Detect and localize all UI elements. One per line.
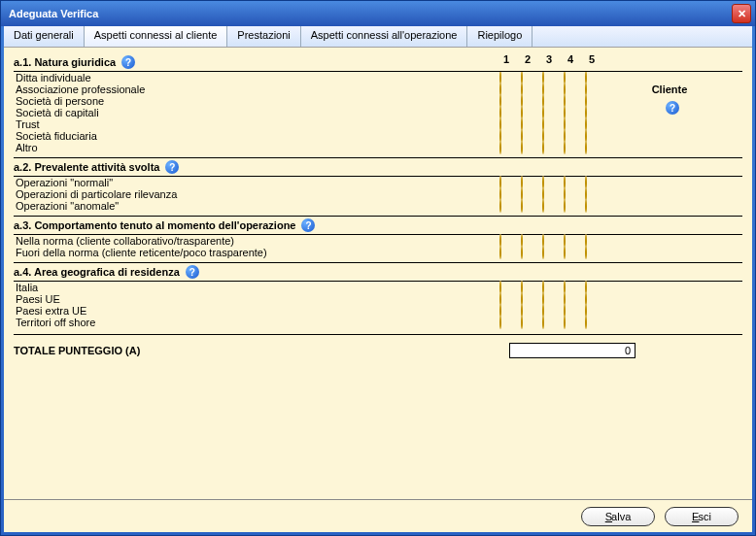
help-icon[interactable]: ? bbox=[165, 160, 179, 174]
row-label: Società di capitali bbox=[16, 107, 99, 118]
window-title: Adeguata Verifica bbox=[9, 8, 98, 19]
col-1: 1 bbox=[499, 53, 513, 65]
table-row: Operazioni "normali" bbox=[14, 177, 742, 188]
row-label: Operazioni "normali" bbox=[16, 177, 113, 188]
radio-option[interactable] bbox=[542, 141, 544, 154]
table-row: Territori off shore bbox=[14, 317, 742, 328]
row-label: Altro bbox=[16, 142, 38, 153]
radio-option[interactable] bbox=[564, 199, 566, 213]
row-label: Paesi extra UE bbox=[16, 305, 86, 317]
help-icon[interactable]: ? bbox=[186, 265, 199, 279]
help-icon[interactable]: ? bbox=[301, 218, 315, 232]
help-icon[interactable]: ? bbox=[121, 55, 135, 69]
client-area: Dati generali Aspetti connessi al client… bbox=[4, 26, 752, 532]
tab-riepilogo[interactable]: Riepilogo bbox=[467, 26, 533, 47]
section-a2-head: a.2. Prevalente attività svolta ? bbox=[14, 157, 742, 177]
col-3: 3 bbox=[542, 53, 556, 65]
row-label: Operazioni "anomale" bbox=[16, 200, 119, 212]
side-panel-label: Cliente bbox=[652, 84, 688, 95]
section-a4-head: a.4. Area geografica di residenza ? bbox=[14, 262, 742, 282]
section-a1-head: a.1. Natura giuridica ? 1 2 3 4 5 bbox=[14, 53, 742, 72]
row-label: Nella norma (cliente collaborativo/trasp… bbox=[16, 235, 234, 247]
section-a4-title: a.4. Area geografica di residenza bbox=[14, 266, 180, 278]
radio-option[interactable] bbox=[499, 141, 501, 154]
dialog-window: Adeguata Verifica ✕ Dati generali Aspett… bbox=[0, 0, 756, 536]
close-button[interactable]: ✕ bbox=[732, 4, 751, 23]
tab-aspetti-cliente[interactable]: Aspetti connessi al cliente bbox=[85, 26, 228, 47]
table-row: Nella norma (cliente collaborativo/trasp… bbox=[14, 235, 742, 247]
side-panel: Cliente ? bbox=[597, 72, 742, 115]
row-label: Paesi UE bbox=[16, 293, 60, 305]
row-label: Associazione professionale bbox=[16, 84, 145, 95]
section-a1-title: a.1. Natura giuridica bbox=[14, 56, 116, 68]
radio-option[interactable] bbox=[564, 246, 566, 259]
close-icon: ✕ bbox=[738, 8, 746, 20]
tab-bar: Dati generali Aspetti connessi al client… bbox=[4, 26, 752, 48]
row-label: Ditta individuale bbox=[16, 72, 91, 84]
help-icon[interactable]: ? bbox=[666, 101, 679, 115]
radio-option[interactable] bbox=[564, 141, 566, 154]
section-a1-body: Ditta individuale Cliente ? Associazione… bbox=[14, 72, 742, 153]
save-button[interactable]: Salva bbox=[581, 507, 655, 526]
score-column-headers: 1 2 3 4 5 bbox=[499, 53, 599, 65]
total-row: TOTALE PUNTEGGIO (A) bbox=[14, 334, 742, 358]
section-a2-title: a.2. Prevalente attività svolta bbox=[14, 161, 159, 173]
exit-button[interactable]: Esci bbox=[665, 507, 739, 526]
radio-option[interactable] bbox=[542, 246, 544, 259]
table-row: Italia bbox=[14, 282, 742, 293]
row-label: Società di persone bbox=[16, 95, 104, 107]
table-row: Ditta individuale Cliente ? bbox=[14, 72, 742, 84]
tab-content: a.1. Natura giuridica ? 1 2 3 4 5 Ditta … bbox=[4, 48, 752, 499]
footer: Salva Esci bbox=[4, 499, 752, 532]
row-label: Trust bbox=[16, 118, 40, 130]
tab-aspetti-operazione[interactable]: Aspetti connessi all'operazione bbox=[301, 26, 468, 47]
radio-option[interactable] bbox=[585, 141, 587, 154]
row-label: Italia bbox=[16, 282, 38, 293]
radio-option[interactable] bbox=[564, 316, 566, 329]
col-2: 2 bbox=[521, 53, 534, 65]
section-a3-body: Nella norma (cliente collaborativo/trasp… bbox=[14, 235, 742, 258]
section-a2-body: Operazioni "normali" Operazioni di parti… bbox=[14, 177, 742, 212]
titlebar: Adeguata Verifica ✕ bbox=[1, 1, 755, 26]
row-label: Operazioni di particolare rilevanza bbox=[16, 188, 177, 200]
total-score-input[interactable] bbox=[509, 343, 636, 358]
section-a4-body: Italia Paesi UE Paesi extra UE Territori… bbox=[14, 282, 742, 328]
radio-option[interactable] bbox=[585, 246, 587, 259]
section-a3-head: a.3. Comportamento tenuto al momento del… bbox=[14, 216, 742, 235]
table-row: Operazioni "anomale" bbox=[14, 200, 742, 212]
tab-prestazioni[interactable]: Prestazioni bbox=[227, 26, 300, 47]
radio-option[interactable] bbox=[521, 316, 523, 329]
col-4: 4 bbox=[564, 53, 577, 65]
row-label: Territori off shore bbox=[16, 317, 95, 328]
radio-option[interactable] bbox=[521, 141, 523, 154]
radio-option[interactable] bbox=[542, 199, 544, 213]
col-5: 5 bbox=[585, 53, 599, 65]
table-row: Paesi UE bbox=[14, 293, 742, 305]
section-a3-title: a.3. Comportamento tenuto al momento del… bbox=[14, 219, 295, 231]
radio-option[interactable] bbox=[585, 199, 587, 213]
total-label: TOTALE PUNTEGGIO (A) bbox=[14, 345, 509, 356]
radio-option[interactable] bbox=[499, 246, 501, 259]
radio-option[interactable] bbox=[542, 316, 544, 329]
radio-option[interactable] bbox=[499, 316, 501, 329]
table-row: Operazioni di particolare rilevanza bbox=[14, 188, 742, 200]
table-row: Paesi extra UE bbox=[14, 305, 742, 317]
tab-dati-generali[interactable]: Dati generali bbox=[4, 26, 85, 47]
table-row: Fuori della norma (cliente reticente/poc… bbox=[14, 247, 742, 258]
radio-option[interactable] bbox=[521, 199, 523, 213]
row-label: Fuori della norma (cliente reticente/poc… bbox=[16, 247, 267, 258]
row-label: Società fiduciaria bbox=[16, 130, 97, 142]
radio-option[interactable] bbox=[521, 246, 523, 259]
radio-option[interactable] bbox=[499, 199, 501, 213]
radio-option[interactable] bbox=[585, 316, 587, 329]
